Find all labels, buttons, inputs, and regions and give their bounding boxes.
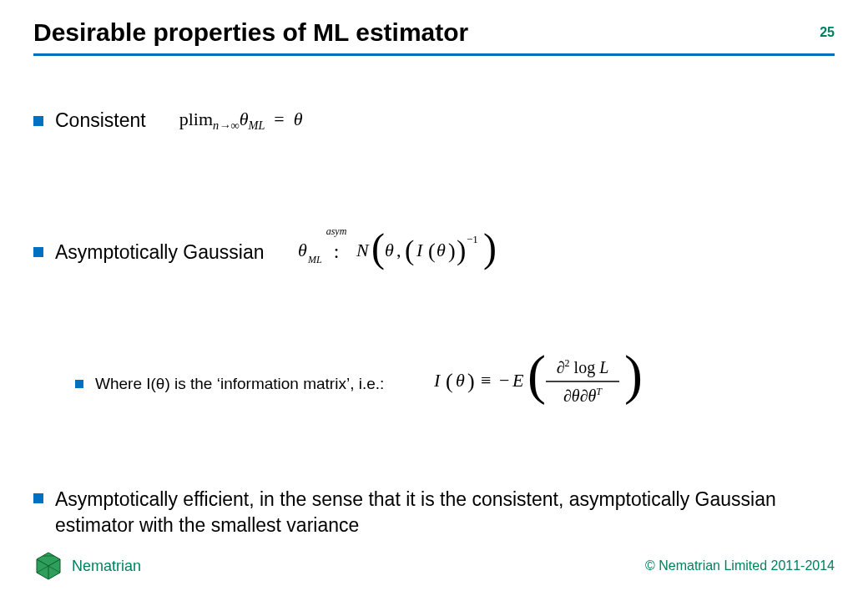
copyright-text: © Nematrian Limited 2011-2014 (645, 558, 835, 573)
formula-info-matrix: I ( θ ) ≡ − E ( ∂2 log L ∂θ∂θT (434, 346, 651, 422)
title-underline (33, 53, 835, 56)
bullet-asym-efficient: Asymptotically efficient, in the sense t… (33, 487, 835, 538)
slide: Desirable properties of ML estimator 25 … (0, 0, 868, 601)
svg-text:≡: ≡ (481, 370, 491, 391)
svg-text:): ) (467, 369, 475, 393)
svg-text:asym: asym (326, 225, 346, 237)
svg-text:∂2 log L: ∂2 log L (557, 357, 609, 377)
bullet-icon (33, 116, 43, 126)
math-plim: plim (179, 109, 213, 129)
math-equals: = (274, 109, 284, 129)
svg-text:ML: ML (307, 254, 322, 265)
svg-text:(: ( (405, 235, 414, 266)
svg-text:): ) (483, 225, 497, 270)
svg-text:(: ( (428, 239, 436, 263)
formula-asym-gaussian: θ ML asym : N ( θ , ( I ( θ ) (298, 221, 507, 283)
math-theta: θ (294, 109, 303, 129)
svg-text::: : (333, 240, 339, 262)
sub-bullet-info-matrix-label: Where I(θ) is the ‘information matrix’, … (95, 375, 384, 393)
svg-text:θ: θ (298, 240, 307, 260)
svg-text:): ) (624, 346, 643, 406)
svg-text:θ: θ (456, 370, 465, 391)
brand-name: Nematrian (72, 558, 141, 575)
slide-header: Desirable properties of ML estimator 25 (33, 18, 835, 47)
svg-text:−1: −1 (467, 233, 478, 245)
svg-text:(: ( (371, 225, 385, 270)
slide-title: Desirable properties of ML estimator (33, 18, 835, 47)
bullet-icon (75, 380, 83, 388)
svg-text:(: ( (446, 369, 453, 393)
svg-text:): ) (448, 239, 456, 263)
svg-text:I: I (434, 370, 442, 391)
bullet-icon (33, 247, 43, 257)
brand-logo-icon (33, 551, 63, 581)
bullet-icon (33, 493, 43, 503)
sub-bullet-info-matrix: Where I(θ) is the ‘information matrix’, … (75, 346, 835, 422)
svg-text:N: N (356, 240, 370, 260)
svg-text:−: − (499, 370, 509, 391)
footer-left: Nematrian (33, 551, 141, 581)
formula-consistent: plimn→∞θML = θ (179, 109, 303, 133)
svg-text:,: , (396, 240, 401, 260)
slide-footer: Nematrian © Nematrian Limited 2011-2014 (33, 551, 835, 581)
bullet-asym-efficient-label: Asymptotically efficient, in the sense t… (55, 487, 790, 538)
bullet-asym-gaussian: Asymptotically Gaussian θ ML asym : N ( … (33, 221, 835, 283)
svg-text:θ: θ (437, 240, 446, 260)
svg-text:I: I (416, 240, 424, 260)
svg-text:∂θ∂θT: ∂θ∂θT (563, 386, 603, 405)
bullet-consistent-label: Consistent (55, 109, 146, 132)
svg-text:): ) (457, 235, 466, 266)
bullet-consistent: Consistent plimn→∞θML = θ (33, 109, 835, 133)
slide-body: Consistent plimn→∞θML = θ Asymptotically… (33, 83, 835, 534)
svg-text:θ: θ (385, 240, 394, 260)
math-n-to-inf: n→∞ (213, 119, 240, 132)
svg-text:E: E (512, 370, 524, 391)
svg-text:(: ( (527, 346, 546, 406)
page-number: 25 (820, 25, 835, 40)
bullet-asym-gaussian-label: Asymptotically Gaussian (55, 241, 265, 264)
